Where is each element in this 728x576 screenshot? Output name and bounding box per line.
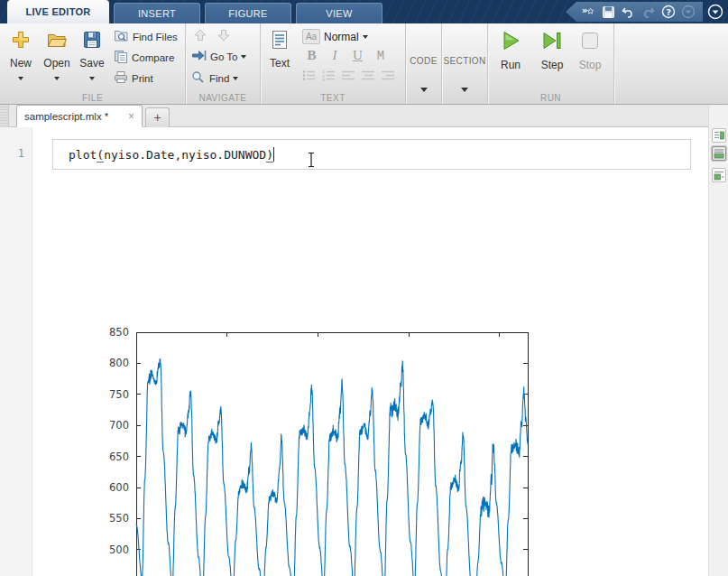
text-button[interactable]: Text: [263, 29, 296, 70]
numbered-list-icon[interactable]: 123: [322, 69, 336, 85]
new-button[interactable]: New: [4, 29, 38, 86]
output-on-right-button[interactable]: [712, 128, 726, 143]
ribbon-toolbar: New Open Save Find F: [0, 23, 728, 105]
align-center-icon[interactable]: [362, 69, 375, 85]
save-floppy-icon: [81, 38, 103, 53]
chevron-down-icon[interactable]: [461, 88, 468, 92]
print-icon: [114, 70, 128, 86]
ribbon-tab-view[interactable]: VIEW: [296, 3, 382, 23]
svg-text:500: 500: [109, 543, 129, 556]
open-button-label: Open: [40, 57, 74, 70]
hide-code-button[interactable]: [712, 168, 726, 182]
arrow-up-icon[interactable]: [193, 28, 207, 44]
output-inline-icon: [714, 148, 724, 159]
ribbon-tab-live-editor[interactable]: LIVE EDITOR: [7, 0, 109, 23]
step-button-label: Step: [535, 59, 569, 71]
matlab-live-editor-window: LIVE EDITOR INSERT FIGURE VIEW » ?: [0, 0, 728, 576]
section-group-label: SECTION: [442, 56, 487, 66]
undo-icon[interactable]: [620, 4, 637, 20]
stop-button[interactable]: Stop: [575, 29, 605, 71]
step-icon: [540, 40, 564, 55]
align-left-icon[interactable]: [342, 69, 355, 85]
output-inline-button[interactable]: [712, 146, 726, 161]
text-list-row: 123: [302, 69, 395, 85]
hide-code-icon: [714, 170, 724, 181]
chevron-down-icon: [54, 77, 60, 80]
find-files-button[interactable]: Find Files: [114, 29, 178, 44]
ribbon-group-section[interactable]: SECTION: [442, 23, 488, 104]
code-text: plot: [69, 148, 97, 162]
live-editor-canvas: 1 plot(nyiso.Date,nyiso.DUNWOD) 35040045…: [0, 127, 708, 576]
find-files-icon: [114, 29, 129, 44]
figure-output[interactable]: 350400450500550600650700750800850Oct 01O…: [90, 321, 559, 576]
svg-text:?: ?: [666, 7, 671, 17]
chevron-down-icon: [363, 35, 368, 39]
chevron-down-icon[interactable]: [420, 88, 428, 92]
svg-text:600: 600: [109, 481, 129, 494]
line-number: 1: [0, 147, 24, 160]
run-button-label: Run: [493, 59, 528, 71]
svg-text:700: 700: [109, 419, 129, 432]
run-button[interactable]: Run: [493, 29, 528, 71]
new-tab-button[interactable]: +: [145, 107, 170, 127]
svg-text:»: »: [582, 5, 587, 15]
code-text: nyiso.Date,nyiso.DUNWOD: [104, 148, 266, 162]
right-side-panel: [708, 105, 728, 576]
shortcuts-icon[interactable]: »: [580, 4, 597, 20]
arrow-down-icon[interactable]: [217, 28, 231, 44]
save-icon[interactable]: [600, 4, 617, 20]
close-icon[interactable]: ×: [128, 110, 134, 123]
text-doc-icon: [269, 38, 290, 53]
ribbon-tab-figure[interactable]: FIGURE: [205, 3, 291, 23]
quick-access-toolbar: » ?: [566, 2, 703, 22]
panel-grip[interactable]: [0, 105, 9, 127]
text-caret: [273, 147, 274, 162]
redo-icon[interactable]: [640, 4, 657, 20]
print-label: Print: [132, 73, 153, 84]
compare-button[interactable]: Compare: [114, 50, 174, 65]
open-folder-icon: [46, 38, 68, 53]
save-button[interactable]: Save: [76, 29, 108, 86]
text-button-label: Text: [263, 57, 296, 70]
aa-icon: Aa: [302, 29, 320, 44]
svg-text:750: 750: [109, 388, 129, 401]
bulleted-list-icon[interactable]: [302, 69, 316, 85]
text-style-select[interactable]: Aa Normal: [302, 29, 368, 44]
text-style-value: Normal: [324, 31, 359, 43]
open-button[interactable]: Open: [40, 29, 74, 86]
chevron-down-icon: [89, 77, 95, 80]
find-files-label: Find Files: [133, 32, 178, 42]
document-tab-active[interactable]: samplescript.mlx * ×: [16, 105, 143, 127]
chevron-down-icon: [18, 77, 23, 80]
group-label-file: FILE: [0, 93, 185, 103]
print-button[interactable]: Print: [114, 70, 153, 86]
line-chart: 350400450500550600650700750800850Oct 01O…: [90, 321, 559, 576]
text-format-row: B I U M: [302, 47, 390, 63]
ribbon-tab-bar: LIVE EDITOR INSERT FIGURE VIEW » ?: [0, 0, 728, 23]
monospace-button[interactable]: M: [371, 49, 390, 63]
code-line-box[interactable]: plot(nyiso.Date,nyiso.DUNWOD): [52, 139, 691, 170]
code-open-paren: (: [97, 148, 104, 163]
bold-button[interactable]: B: [302, 48, 321, 63]
window-chevron-down-icon[interactable]: [707, 4, 723, 20]
ribbon-tab-insert[interactable]: INSERT: [114, 3, 200, 23]
underline-button[interactable]: U: [348, 48, 367, 63]
run-icon: [499, 40, 522, 55]
compare-icon: [114, 50, 128, 66]
find-button[interactable]: Find: [191, 70, 238, 86]
go-to-button[interactable]: Go To: [191, 49, 246, 64]
svg-text:550: 550: [109, 512, 129, 525]
italic-button[interactable]: I: [325, 48, 344, 63]
step-button[interactable]: Step: [535, 29, 569, 71]
align-right-icon[interactable]: [382, 69, 395, 85]
stop-button-label: Stop: [575, 59, 605, 71]
output-on-right-icon: [714, 130, 724, 141]
ribbon-group-code[interactable]: CODE: [406, 23, 442, 104]
code-group-label: CODE: [406, 56, 441, 66]
find-label: Find: [209, 73, 229, 84]
code-line[interactable]: plot(nyiso.Date,nyiso.DUNWOD): [69, 147, 274, 162]
help-icon[interactable]: ?: [659, 4, 677, 20]
group-label-text: TEXT: [261, 93, 405, 103]
qat-chevron-down-icon[interactable]: [679, 4, 696, 20]
ribbon-group-navigate: Go To Find NAVIGATE: [186, 23, 261, 104]
